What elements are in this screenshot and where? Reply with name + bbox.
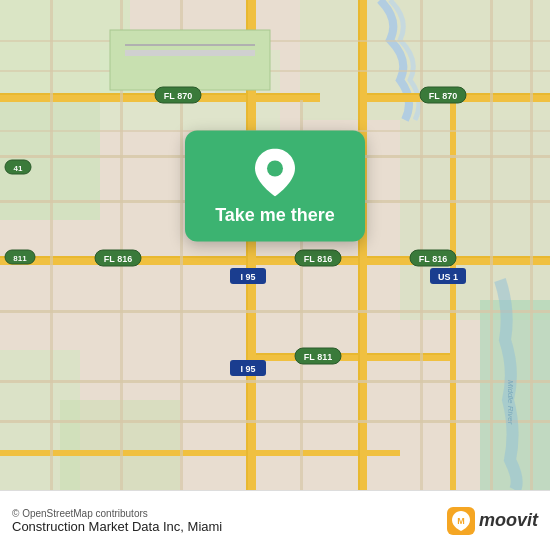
svg-rect-25 <box>0 310 550 313</box>
copyright-text: © OpenStreetMap contributors <box>12 508 222 519</box>
svg-text:FL 816: FL 816 <box>104 254 132 264</box>
svg-text:FL 811: FL 811 <box>304 352 332 362</box>
svg-text:FL 870: FL 870 <box>429 91 457 101</box>
map-container[interactable]: I 95 I 95 US 1 FL 870 FL 870 FL 816 FL 8… <box>0 0 550 490</box>
svg-text:811: 811 <box>13 254 27 263</box>
svg-rect-17 <box>0 450 400 456</box>
moovit-app-icon: M <box>447 507 475 535</box>
svg-rect-39 <box>125 50 255 56</box>
svg-rect-22 <box>450 100 456 490</box>
svg-rect-21 <box>358 0 360 490</box>
svg-text:FL 816: FL 816 <box>419 254 447 264</box>
svg-rect-35 <box>420 0 423 490</box>
take-me-card[interactable]: Take me there <box>185 131 365 242</box>
svg-rect-40 <box>125 44 255 46</box>
svg-rect-31 <box>50 0 53 490</box>
map-background: I 95 I 95 US 1 FL 870 FL 870 FL 816 FL 8… <box>0 0 550 490</box>
location-text: Construction Market Data Inc, Miami <box>12 519 222 534</box>
moovit-logo: M moovit <box>447 507 538 535</box>
svg-rect-28 <box>0 40 550 42</box>
svg-point-66 <box>267 161 283 177</box>
location-pin-icon <box>255 149 295 197</box>
moovit-label: moovit <box>479 510 538 531</box>
svg-rect-13 <box>0 258 550 265</box>
svg-text:FL 870: FL 870 <box>164 91 192 101</box>
svg-rect-26 <box>0 380 550 383</box>
svg-text:41: 41 <box>14 164 23 173</box>
svg-text:FL 816: FL 816 <box>304 254 332 264</box>
svg-text:M: M <box>457 516 465 526</box>
svg-rect-37 <box>530 0 533 490</box>
svg-text:I 95: I 95 <box>240 364 255 374</box>
svg-rect-36 <box>490 0 493 490</box>
svg-rect-38 <box>110 30 270 90</box>
svg-text:I 95: I 95 <box>240 272 255 282</box>
bottom-bar: © OpenStreetMap contributors Constructio… <box>0 490 550 550</box>
bottom-text: © OpenStreetMap contributors Constructio… <box>12 508 222 534</box>
svg-rect-14 <box>0 256 550 258</box>
svg-rect-20 <box>360 0 367 490</box>
svg-text:US 1: US 1 <box>438 272 458 282</box>
svg-rect-29 <box>0 70 550 72</box>
svg-rect-27 <box>0 420 550 423</box>
take-me-label: Take me there <box>215 205 335 226</box>
